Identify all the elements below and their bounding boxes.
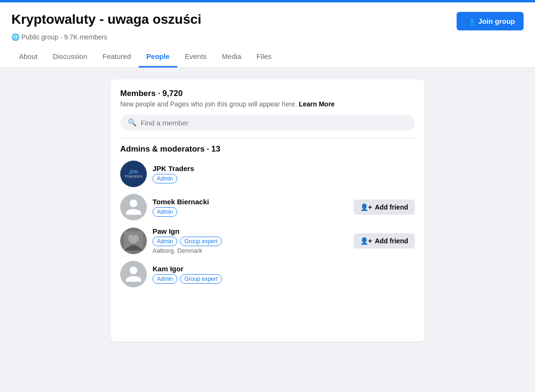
- member-count-header: 9.7K members: [64, 33, 107, 41]
- avatar: [120, 228, 147, 254]
- member-info: Kam Igor Admin Group expert: [153, 265, 415, 284]
- add-friend-button[interactable]: 👤+ Add friend: [353, 233, 415, 249]
- tab-featured[interactable]: Featured: [95, 47, 139, 67]
- default-avatar-icon: [124, 198, 143, 217]
- member-info: Tomek Biernacki Admin: [153, 198, 348, 217]
- learn-more-link[interactable]: Learn More: [299, 100, 334, 108]
- badge-group-expert: Group expert: [180, 237, 222, 246]
- nav-tabs: About Discussion Featured People Events …: [11, 47, 524, 67]
- group-title-row: Kryptowaluty - uwaga oszuści 👥 Join grou…: [11, 12, 524, 30]
- member-row: Tomek Biernacki Admin 👤+ Add friend: [120, 194, 415, 220]
- header-section: Kryptowaluty - uwaga oszuści 👥 Join grou…: [0, 2, 535, 68]
- badge-group-expert: Group expert: [180, 274, 222, 284]
- member-name[interactable]: Paw Ign: [153, 227, 348, 235]
- member-name[interactable]: JPK Traders: [153, 164, 415, 172]
- badge-admin: Admin: [153, 274, 177, 284]
- member-badges: Admin Group expert: [153, 237, 348, 246]
- main-content: Members · 9,720 New people and Pages who…: [0, 68, 535, 353]
- member-row: Kam Igor Admin Group expert: [120, 261, 415, 287]
- member-name[interactable]: Tomek Biernacki: [153, 198, 348, 206]
- tab-events[interactable]: Events: [177, 47, 214, 67]
- members-card: Members · 9,720 New people and Pages who…: [111, 79, 424, 342]
- add-friend-icon: 👤+: [360, 237, 372, 245]
- meta-separator: ·: [60, 33, 62, 41]
- join-group-button[interactable]: 👥 Join group: [457, 12, 524, 30]
- member-row: Paw Ign Admin Group expert Aalborg, Denm…: [120, 227, 415, 254]
- member-badges: Admin Group expert: [153, 274, 415, 284]
- member-badges: Admin: [153, 174, 415, 183]
- group-title: Kryptowaluty - uwaga oszuści: [11, 12, 201, 27]
- add-friend-icon: 👤+: [360, 203, 372, 211]
- member-badges: Admin: [153, 207, 348, 217]
- member-row: JPK TRADERS JPK Traders Admin: [120, 161, 415, 187]
- badge-admin: Admin: [153, 174, 177, 183]
- avatar-photo-icon: [124, 231, 143, 250]
- badge-admin: Admin: [153, 237, 177, 246]
- badge-admin: Admin: [153, 207, 177, 217]
- members-title: Members · 9,720: [120, 89, 415, 98]
- tab-about[interactable]: About: [11, 47, 45, 67]
- avatar: [120, 261, 147, 287]
- member-name[interactable]: Kam Igor: [153, 265, 415, 273]
- members-header: Members · 9,720 New people and Pages who…: [120, 89, 415, 108]
- add-friend-button[interactable]: 👤+ Add friend: [353, 200, 415, 215]
- tab-people[interactable]: People: [139, 47, 177, 67]
- search-box: 🔍: [120, 115, 415, 131]
- member-location: Aalborg, Denmark: [153, 247, 348, 254]
- group-type: Public group: [21, 33, 58, 41]
- tab-files[interactable]: Files: [249, 47, 279, 67]
- search-icon: 🔍: [128, 118, 137, 127]
- admins-section-title: Admins & moderators · 13: [120, 144, 415, 154]
- globe-icon: 🌐: [11, 33, 19, 41]
- join-icon: 👥: [465, 17, 475, 26]
- group-meta: 🌐 Public group · 9.7K members: [11, 33, 524, 41]
- find-member-input[interactable]: [141, 119, 407, 127]
- member-info: JPK Traders Admin: [153, 164, 415, 183]
- members-subtitle: New people and Pages who join this group…: [120, 100, 415, 108]
- member-info: Paw Ign Admin Group expert Aalborg, Denm…: [153, 227, 348, 254]
- default-avatar-icon: [124, 265, 143, 284]
- avatar: [120, 194, 147, 220]
- avatar: JPK TRADERS: [120, 161, 147, 187]
- divider: [120, 138, 415, 139]
- tab-discussion[interactable]: Discussion: [45, 47, 95, 67]
- tab-media[interactable]: Media: [214, 47, 249, 67]
